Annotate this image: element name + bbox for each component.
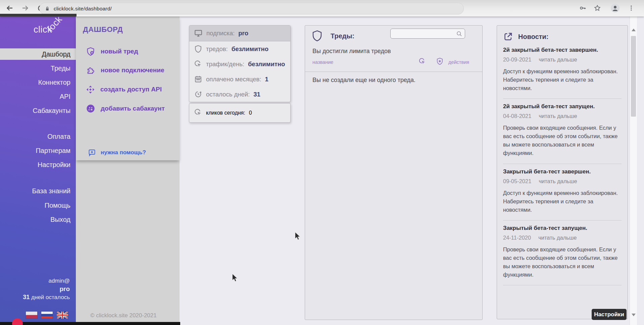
scrollbar-thumb[interactable] [631, 36, 636, 117]
flag-russia-icon[interactable] [41, 312, 53, 319]
threads-panel: Треды: Вы достигли лимита тредов названи… [305, 25, 483, 320]
dashboard-menu-title: ДАШБОРД [83, 25, 123, 34]
key-icon [579, 4, 587, 12]
mouse-cursor [231, 273, 238, 283]
profile-button[interactable] [610, 3, 620, 13]
menu-dots-icon [628, 5, 635, 11]
plan-label: подписка: [206, 30, 235, 37]
months-paid-label: оплачено месяцев: [206, 76, 261, 83]
sidebar-item-knowledge-base[interactable]: База знаний [0, 185, 76, 197]
scroll-up-icon[interactable] [632, 29, 636, 31]
news-item: 2й закрытый бета-тест запущен. 04-08-202… [503, 99, 622, 164]
sidebar-item-api[interactable]: API [0, 91, 76, 102]
news-item: Закрытый бета-тест завершен. 09-05-2021ч… [503, 164, 622, 220]
read-more-link[interactable]: читать дальше [539, 56, 577, 63]
url-text[interactable]: clicklock.site/dashboard/ [54, 6, 112, 12]
bottom-edge-strip [0, 322, 180, 325]
days-label: дней осталось [31, 294, 70, 300]
account-email: admin@ [0, 277, 70, 285]
add-subaccount-button[interactable]: добавить сабакаунт [86, 103, 165, 115]
sidebar-item-subaccounts[interactable]: Сабакаунты [0, 105, 76, 116]
scroll-down-icon[interactable] [632, 314, 636, 316]
column-header-actions: действия [448, 59, 469, 65]
new-connection-label: новое подключение [101, 67, 164, 74]
news-item-body: Проверь свои входящие сообщения. Если у … [503, 124, 620, 157]
threads-limit-label: тредов: [206, 45, 228, 53]
threads-empty-message: Вы не создали еще ни одного треда. [312, 77, 415, 84]
search-icon[interactable] [456, 30, 463, 39]
news-item-title: Закрытый бета-тест завершен. [503, 168, 622, 175]
traffic-label: трафик/день: [206, 60, 244, 68]
external-link-icon [503, 32, 513, 42]
address-bar[interactable]: clicklock.site/dashboard/ [39, 3, 464, 14]
forward-button[interactable] [20, 3, 30, 13]
back-icon [6, 4, 14, 12]
sidebar-item-settings[interactable]: Настройки [0, 159, 76, 170]
news-item-body: Доступ к функциям временно заблокирован.… [503, 189, 620, 214]
move-arrows-icon [86, 85, 95, 94]
news-item-title: Закрытый бета-тест запущен. [503, 225, 622, 232]
star-icon [594, 4, 601, 12]
page-scrollbar[interactable] [630, 16, 637, 325]
password-manager-button[interactable] [578, 3, 588, 13]
browser-menu-button[interactable] [626, 3, 636, 13]
bookmark-button[interactable] [592, 3, 602, 13]
sidebar-item-connector[interactable]: Коннектор [0, 77, 76, 88]
app-logo[interactable]: clicklock [0, 25, 69, 35]
sidebar-item-dashboard[interactable]: Дашборд [0, 48, 76, 60]
click-column-icon[interactable] [418, 57, 426, 67]
subscription-row-days-left: осталось дней: 31 [189, 87, 290, 102]
sidebar-item-threads[interactable]: Треды [0, 63, 76, 74]
sidebar: clicklock Дашборд Треды Коннектор API Са… [0, 16, 76, 325]
days-value: 31 [23, 294, 30, 300]
news-item-body: Доступ к функциям временно заблокирован.… [503, 67, 620, 92]
back-button[interactable] [5, 3, 15, 13]
news-header: Новости: [503, 31, 622, 42]
shield-icon [194, 45, 202, 53]
read-more-link[interactable]: читать дальше [539, 113, 577, 119]
dashboard-menu-panel: ДАШБОРД новый тред новое подключение соз… [76, 16, 180, 325]
click-icon [194, 108, 202, 118]
sidebar-item-help[interactable]: Помощь [0, 200, 76, 211]
need-help-link[interactable]: нужна помощь? [88, 148, 146, 158]
new-thread-label: новый тред [101, 48, 138, 55]
flag-uk-icon[interactable] [57, 312, 68, 319]
traffic-value: безлимитно [248, 60, 285, 68]
read-more-link[interactable]: читать дальше [538, 235, 577, 241]
avatar-icon [610, 3, 620, 13]
months-paid-value: 1 [265, 76, 268, 83]
news-item-title: 2й закрытый бета-тест завершен. [503, 47, 622, 53]
new-thread-button[interactable]: новый тред [86, 45, 138, 57]
new-connection-button[interactable]: новое подключение [86, 64, 164, 76]
news-item-title: 2й закрытый бета-тест запущен. [503, 103, 622, 110]
create-api-access-button[interactable]: создать доступ API [86, 83, 162, 95]
shield-star-column-icon[interactable] [436, 57, 444, 67]
column-header-name[interactable]: название [312, 59, 333, 65]
settings-tooltip: Настройки [592, 309, 627, 320]
create-api-access-label: создать доступ API [100, 86, 162, 93]
days-left-label: осталось дней: [206, 91, 250, 98]
threads-search-box [390, 29, 465, 39]
forward-icon [21, 4, 29, 12]
account-days-left: 31 дней осталось [0, 293, 70, 301]
monitor-icon [194, 29, 203, 38]
add-subaccount-label: добавить сабакаунт [101, 105, 165, 112]
click-icon [194, 60, 202, 68]
clock-icon [194, 90, 202, 98]
news-item-body: Проверь свои входящие сообщения. Если у … [503, 245, 620, 279]
user-add-icon [86, 104, 95, 113]
shield-plus-icon [86, 47, 95, 56]
mouse-cursor [294, 231, 301, 241]
sidebar-item-payment[interactable]: Оплата [0, 131, 76, 142]
toolbar-shadow-strip [0, 14, 77, 16]
threads-search-input[interactable] [393, 29, 455, 39]
news-item: Закрытый бета-тест запущен. 24-11-2020чи… [503, 220, 622, 285]
sidebar-item-logout[interactable]: Выход [0, 214, 76, 225]
news-item-date: 04-08-2021 [503, 113, 531, 119]
sidebar-item-partners[interactable]: Партнерам [0, 145, 76, 156]
threads-title: Треды: [331, 32, 354, 40]
read-more-link[interactable]: читать дальше [539, 178, 577, 184]
news-item-date: 24-11-2020 [503, 235, 531, 241]
flag-poland-icon[interactable] [26, 312, 37, 319]
subscription-row-plan: подписка: pro [189, 26, 290, 41]
